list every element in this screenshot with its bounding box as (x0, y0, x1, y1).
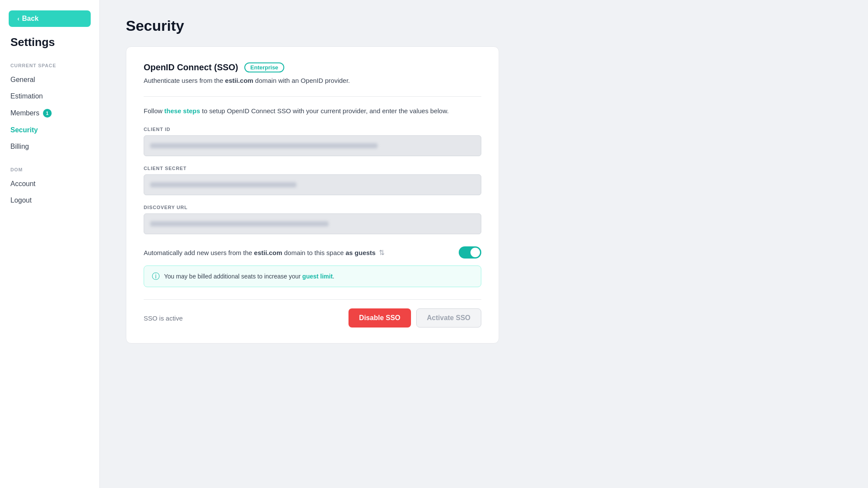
dom-nav: Account Logout (0, 176, 99, 209)
current-space-section-label: CURRENT SPACE (0, 58, 99, 72)
client-id-field-group: CLIENT ID (144, 127, 481, 156)
sso-title: OpenID Connect (SSO) (144, 62, 238, 72)
client-id-blur (150, 143, 378, 148)
current-space-nav: General Estimation Members 1 Security Bi… (0, 72, 99, 155)
dom-section-label: DOM (0, 162, 99, 176)
sidebar-item-estimation[interactable]: Estimation (0, 88, 99, 105)
client-secret-blur (150, 182, 296, 187)
sidebar: ‹ Back Settings CURRENT SPACE General Es… (0, 0, 100, 488)
sso-description: Authenticate users from the estii.com do… (144, 77, 481, 84)
client-id-label: CLIENT ID (144, 127, 481, 132)
sidebar-item-account[interactable]: Account (0, 176, 99, 192)
sso-status: SSO is active (144, 314, 183, 322)
enterprise-badge: Enterprise (244, 62, 284, 72)
sidebar-item-logout[interactable]: Logout (0, 192, 99, 209)
sso-card: OpenID Connect (SSO) Enterprise Authenti… (126, 46, 499, 344)
these-steps-link[interactable]: these steps (164, 107, 201, 115)
sidebar-item-general[interactable]: General (0, 72, 99, 88)
discovery-url-input[interactable] (144, 213, 481, 234)
info-icon: ⓘ (152, 271, 160, 282)
auto-add-row: Automatically add new users from the est… (144, 246, 481, 259)
sso-domain: estii.com (225, 77, 253, 84)
client-secret-field-group: CLIENT SECRET (144, 166, 481, 195)
sidebar-item-billing[interactable]: Billing (0, 138, 99, 155)
toggle-switch[interactable] (459, 246, 481, 259)
footer-buttons: Disable SSO Activate SSO (349, 308, 481, 328)
sso-header: OpenID Connect (SSO) Enterprise (144, 62, 481, 72)
activate-sso-button[interactable]: Activate SSO (416, 308, 481, 328)
auto-add-role: as guests (345, 249, 375, 256)
discovery-url-blur (150, 221, 329, 226)
warning-text: You may be billed additional seats to in… (164, 273, 334, 280)
page-title: Security (126, 17, 842, 34)
chevron-left-icon: ‹ (17, 15, 20, 22)
steps-text: Follow these steps to setup OpenID Conne… (144, 107, 481, 115)
back-button[interactable]: ‹ Back (9, 10, 91, 27)
footer-row: SSO is active Disable SSO Activate SSO (144, 299, 481, 328)
toggle-track (459, 246, 481, 259)
client-secret-input[interactable] (144, 174, 481, 195)
main-content: Security OpenID Connect (SSO) Enterprise… (100, 0, 868, 488)
members-badge: 1 (43, 109, 52, 118)
client-id-input[interactable] (144, 135, 481, 156)
discovery-url-field-group: DISCOVERY URL (144, 205, 481, 234)
guest-limit-link[interactable]: guest limit (302, 273, 333, 280)
auto-add-text: Automatically add new users from the est… (144, 249, 375, 256)
sidebar-item-security[interactable]: Security (0, 122, 99, 138)
auto-add-left: Automatically add new users from the est… (144, 249, 385, 257)
divider-1 (144, 96, 481, 97)
sidebar-item-members[interactable]: Members 1 (0, 105, 99, 122)
auto-add-domain: estii.com (254, 249, 282, 256)
sort-icon[interactable]: ⇅ (379, 249, 385, 257)
client-secret-label: CLIENT SECRET (144, 166, 481, 171)
settings-title: Settings (0, 36, 99, 58)
disable-sso-button[interactable]: Disable SSO (349, 308, 411, 328)
toggle-thumb (470, 248, 480, 257)
discovery-url-label: DISCOVERY URL (144, 205, 481, 210)
warning-box: ⓘ You may be billed additional seats to … (144, 265, 481, 287)
